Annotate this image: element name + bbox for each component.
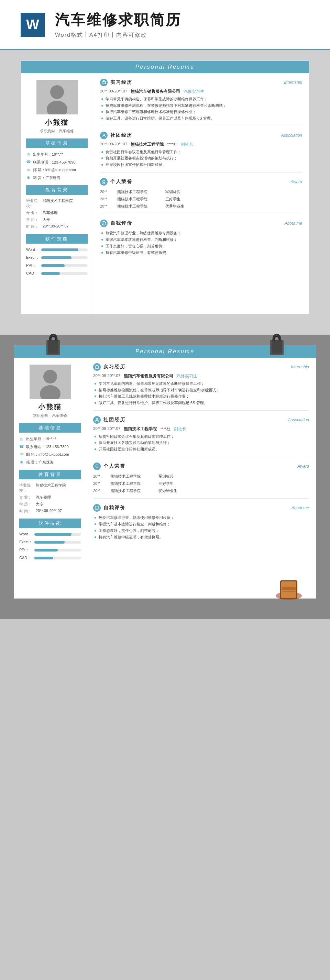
header-text: 汽车维修求职简历 Word格式丨A4打印丨内容可修改: [55, 10, 182, 39]
internship-title-en-2: Internship: [291, 364, 309, 369]
association-date-2: 20**.09-20**.07: [93, 426, 120, 431]
skill-excel-label-1: Execl：: [26, 255, 38, 260]
phone-icon-2: ☎: [19, 444, 24, 449]
internship-bullet-1-2: 按照标准维修检测流程，在带教老师指导下对车辆进行检查和诊断测试；: [100, 102, 302, 109]
svg-text:i: i: [104, 223, 104, 225]
about-section-1: i 自我评价 About me 热爱汽车修理行业，熟练使用维修专用设备； 掌握汽…: [100, 220, 302, 260]
association-role-prefix-1: ****社: [167, 142, 177, 147]
clip-left: [45, 333, 62, 358]
skill-ppt-bar-1: [41, 264, 88, 267]
edu-date-val-1: 20**.09-20**.07: [43, 224, 88, 229]
calendar-icon-2: ◷: [19, 436, 24, 441]
edu-degree-1: 学 历： 大专: [26, 217, 88, 222]
svg-point-4: [103, 134, 105, 135]
skill-title-1: 软件技能: [26, 234, 88, 243]
edu-school-val-2: 熊猫技术工程学院: [36, 483, 81, 493]
skill-excel-2: Execl：: [19, 539, 81, 545]
internship-bullet-2-1: 学习常见车辆的构造、保养和常见见故障的诊断维修保养工作；: [93, 380, 309, 387]
profile-photo-1: [37, 80, 78, 115]
association-title-left-1: 社团经历: [100, 132, 132, 139]
info-email-text-2: 邮 箱：info@tukuppt.com: [26, 452, 81, 457]
association-title-text-2: 社团经历: [104, 417, 126, 423]
award-table-1: 20** 熊猫技术工程学院 军训标兵 20** 熊猫技术工程学院 三好学生 20…: [100, 188, 302, 210]
skill-ppt-label-1: PPt：: [26, 263, 38, 268]
about-section-2: i 自我评价 About me 热爱汽车修理行业，熟练使用维修专用设备； 掌握汽…: [93, 504, 309, 544]
clip-right: [268, 333, 285, 358]
skill-excel-1: Execl：: [26, 255, 88, 260]
edu-title-1: 教育背景: [26, 185, 88, 195]
award-year-1-3: 20**: [100, 203, 114, 210]
association-bullet-1-1: 负责社团日常会议召集及其他日常管理工作；: [100, 149, 302, 155]
edu-date-label-1: 时 间：: [26, 224, 40, 229]
skill-cad-fill-2: [34, 557, 53, 559]
about-icon-2: i: [93, 504, 101, 512]
awards-header-2: 个人荣誉 Award: [93, 463, 309, 470]
edu-degree-val-2: 大专: [36, 502, 81, 507]
internship-date-2: 20**.09-20**.07: [93, 374, 120, 379]
resume-card-2: Personal Resume 小熊猫 求职意向：汽车维修 基础信息: [14, 345, 316, 598]
association-role-1: 副社长: [181, 142, 193, 147]
awards-icon-1: [100, 178, 108, 186]
association-title-en-2: Association: [288, 417, 309, 422]
association-school-1: 熊猫技术工程学院: [131, 142, 164, 147]
skill-word-2: Word：: [19, 531, 81, 537]
award-school-1-3: 熊猫技术工程学院: [117, 203, 162, 210]
award-year-1-2: 20**: [100, 196, 114, 203]
svg-rect-24: [282, 591, 296, 592]
awards-title-text-2: 个人荣誉: [104, 463, 126, 469]
resume-right-2: 实习经历 Internship 20**.09-20**.07 熊猫汽车销售服务…: [86, 358, 316, 598]
profile-name-1: 小熊猫: [26, 118, 88, 127]
skill-excel-fill-2: [34, 541, 65, 544]
profile-subtitle-1: 求职意向：汽车维修: [26, 129, 88, 134]
skill-ppt-2: PPt：: [19, 547, 81, 552]
profile-photo-2: [30, 364, 71, 399]
about-title-en-1: About me: [285, 221, 302, 226]
svg-point-1: [50, 85, 64, 99]
profile-subtitle-2: 求职意向：汽车维修: [19, 413, 81, 418]
awards-title-left-2: 个人荣誉: [93, 463, 126, 470]
association-icon-2: [93, 416, 101, 424]
edu-title-2: 教育背景: [19, 470, 81, 479]
association-bullet-2-3: 开展校园社团宣传招募社团新成员。: [93, 446, 309, 453]
skill-cad-bar-2: [34, 557, 81, 559]
edu-major-val-2: 汽车修理: [36, 495, 81, 500]
edu-date-val-2: 20**.09-20**.07: [36, 509, 81, 514]
about-bullet-2-4: 持有汽车维修中级证书，有驾驶执照。: [93, 534, 309, 541]
internship-bullet-1-1: 学习常见车辆的构造、保养和常见故障的诊断维修保养工作；: [100, 96, 302, 102]
about-bullet-2-3: 工作态度好，责任心强，刻苦耐劳；: [93, 527, 309, 534]
about-bullet-2-1: 热爱汽车修理行业，熟练使用维修专用设备；: [93, 514, 309, 521]
association-title-text-1: 社团经历: [110, 132, 132, 138]
about-title-text-1: 自我评价: [110, 220, 132, 226]
about-bullets-2: 热爱汽车修理行业，熟练使用维修专用设备； 掌握汽车基本故障进行检查、判断和维修；…: [93, 514, 309, 540]
internship-icon-2: [93, 363, 101, 371]
skill-ppt-1: PPt：: [26, 263, 88, 268]
internship-date-1: 20**.09-20**.07: [100, 89, 127, 94]
association-header-2: 社团经历 Association: [93, 416, 309, 424]
info-location-1: ◉ 籍 贯：广东珠海: [26, 175, 88, 181]
skill-cad-bar-1: [41, 272, 88, 275]
info-email-1: ✉ 邮 箱：info@tukuppt.com: [26, 167, 88, 173]
internship-bullets-2: 学习常见车辆的构造、保养和常见见故障的诊断维修保养工作； 按照标准维修检测流程，…: [93, 380, 309, 406]
award-year-2-1: 20**: [93, 473, 107, 480]
edu-degree-2: 学 历： 大专: [19, 502, 81, 507]
skill-word-label-2: Word：: [19, 531, 32, 537]
internship-title-left-1: 实习经历: [100, 79, 132, 86]
info-location-2: ◉ 籍 贯：广东珠海: [19, 460, 81, 465]
resume-body-2: 小熊猫 求职意向：汽车维修 基础信息 ◷ 出生年月：19**.** ☎ 联系电话…: [14, 358, 316, 598]
svg-rect-15: [95, 366, 99, 368]
info-birthday-2: ◷ 出生年月：19**.**: [19, 436, 81, 442]
about-bullets-1: 热爱汽车修理行业，熟练使用维修专用设备； 掌握汽车基本故障进行检查、判断和维修；…: [100, 230, 302, 256]
svg-point-16: [96, 418, 98, 420]
skill-cad-label-1: CAD：: [26, 271, 38, 276]
internship-bullet-2-2: 按照标准维修检测流程，在带教老师指导下对车辆进行检查和诊断测试；: [93, 387, 309, 393]
association-icon-1: [100, 132, 108, 139]
internship-bullet-1-4: 做好工具、设备进行日常维护、保养工作以及车间现场 6S 管理。: [100, 115, 302, 122]
edu-degree-label-2: 学 历：: [19, 502, 33, 507]
page-header: W 汽车维修求职简历 Word格式丨A4打印丨内容可修改: [0, 0, 330, 50]
award-year-1-1: 20**: [100, 188, 114, 196]
about-header-2: i 自我评价 About me: [93, 504, 309, 512]
edu-school-1: 毕业院校： 熊猫技术工程学院: [26, 198, 88, 208]
resume-card-1: Personal Resume 小熊猫 求职意向：汽车维修 基础信息 ◷: [21, 60, 309, 314]
internship-icon-1: [100, 79, 108, 86]
edu-date-1: 时 间： 20**.09-20**.07: [26, 224, 88, 229]
